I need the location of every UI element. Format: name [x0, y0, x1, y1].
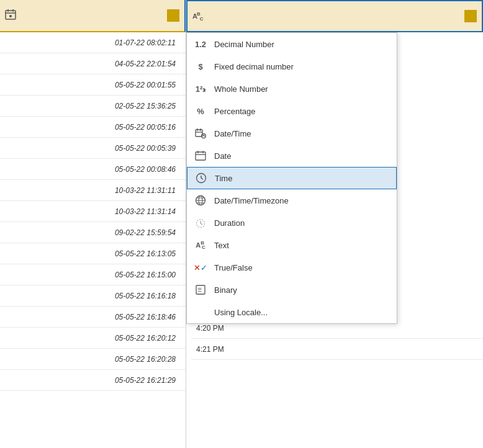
date-row: 05-05-22 00:01:55	[0, 74, 186, 96]
date-row: 05-05-22 16:20:28	[0, 349, 186, 370]
svg-point-4	[9, 15, 12, 17]
date-row: 05-05-22 00:05:39	[0, 138, 186, 159]
percentage-icon: %	[194, 107, 207, 116]
date-icon	[194, 150, 207, 161]
date-row: 05-05-22 16:20:12	[0, 328, 186, 349]
date-column-header[interactable]	[0, 0, 186, 32]
dropdown-item-fixed-decimal[interactable]: $Fixed decimal number	[187, 55, 397, 78]
dropdown-item-truefalse[interactable]: ✕✓True/False	[187, 256, 397, 279]
time-column: ABC 1.2Decimal Number$Fixed decimal numb…	[186, 0, 483, 448]
dropdown-item-date[interactable]: Date	[187, 145, 397, 167]
decimal-icon: 1.2	[194, 40, 207, 49]
truefalse-icon: ✕✓	[194, 263, 207, 272]
svg-rect-12	[196, 152, 205, 160]
date-row: 01-07-22 08:02:11	[0, 32, 186, 53]
svg-line-26	[201, 223, 202, 225]
date-header-icon	[5, 9, 16, 22]
date-column-dropdown-arrow[interactable]	[167, 9, 179, 22]
date-row: 10-03-22 11:31:11	[0, 180, 186, 201]
percentage-label: Percentage	[214, 107, 256, 116]
time-data-rows: 4:20 PM4:21 PM	[186, 318, 483, 360]
date-row: 05-05-22 16:18:46	[0, 307, 186, 328]
time-column-header[interactable]: ABC	[186, 0, 483, 32]
fixed-decimal-icon: $	[194, 62, 207, 71]
date-label: Date	[214, 151, 231, 161]
dropdown-item-percentage[interactable]: %Percentage	[187, 100, 397, 122]
date-column: 01-07-22 08:02:1104-05-22 22:01:5405-05-…	[0, 0, 186, 448]
decimal-label: Decimal Number	[214, 40, 274, 49]
dropdown-item-datetime-timezone[interactable]: Date/Time/Timezone	[187, 189, 397, 212]
time-icon	[195, 172, 207, 184]
date-row: 09-02-22 15:59:54	[0, 222, 186, 243]
time-column-dropdown-arrow[interactable]	[464, 10, 477, 22]
date-rows: 01-07-22 08:02:1104-05-22 22:01:5405-05-…	[0, 32, 186, 391]
binary-label: Binary	[214, 285, 237, 295]
type-dropdown-menu: 1.2Decimal Number$Fixed decimal number1²…	[186, 32, 397, 324]
duration-label: Duration	[214, 218, 245, 228]
main-container: 01-07-22 08:02:1104-05-22 22:01:5405-05-…	[0, 0, 483, 448]
svg-line-18	[201, 178, 203, 179]
datetime-timezone-icon	[194, 195, 207, 206]
datetime-icon	[194, 128, 207, 139]
dropdown-item-text[interactable]: ABCText	[187, 234, 397, 256]
locale-label: Using Locale...	[214, 308, 268, 317]
fixed-decimal-label: Fixed decimal number	[214, 62, 294, 71]
text-icon: ABC	[194, 240, 207, 251]
text-label: Text	[214, 241, 229, 250]
date-row: 05-05-22 00:05:16	[0, 117, 186, 138]
date-row: 04-05-22 22:01:54	[0, 53, 186, 74]
datetime-timezone-label: Date/Time/Timezone	[214, 196, 289, 205]
datetime-label: Date/Time	[214, 129, 251, 138]
date-row: 05-05-22 16:21:29	[0, 370, 186, 391]
truefalse-label: True/False	[214, 263, 253, 272]
dropdown-item-time[interactable]: Time	[187, 167, 397, 189]
time-data-row: 4:21 PM	[191, 339, 483, 360]
date-row: 10-03-22 11:31:14	[0, 201, 186, 222]
whole-number-label: Whole Number	[214, 84, 268, 94]
date-row: 05-05-22 00:08:46	[0, 159, 186, 180]
duration-icon	[194, 217, 207, 228]
time-header-abc-icon: ABC	[192, 11, 203, 22]
date-row: 05-05-22 16:13:05	[0, 243, 186, 264]
svg-text:☰: ☰	[197, 287, 202, 293]
dropdown-item-binary[interactable]: ☰ Binary	[187, 279, 397, 301]
dropdown-item-whole-number[interactable]: 1²₃Whole Number	[187, 78, 397, 100]
dropdown-item-decimal[interactable]: 1.2Decimal Number	[187, 33, 397, 55]
whole-number-icon: 1²₃	[194, 84, 207, 94]
dropdown-item-locale[interactable]: Using Locale...	[187, 301, 397, 323]
dropdown-item-duration[interactable]: Duration	[187, 212, 397, 234]
dropdown-item-datetime[interactable]: Date/Time	[187, 122, 397, 145]
date-row: 05-05-22 16:15:00	[0, 264, 186, 285]
time-label: Time	[215, 174, 232, 183]
binary-icon: ☰	[194, 284, 207, 295]
date-row: 02-05-22 15:36:25	[0, 96, 186, 117]
date-row: 05-05-22 16:16:18	[0, 285, 186, 307]
